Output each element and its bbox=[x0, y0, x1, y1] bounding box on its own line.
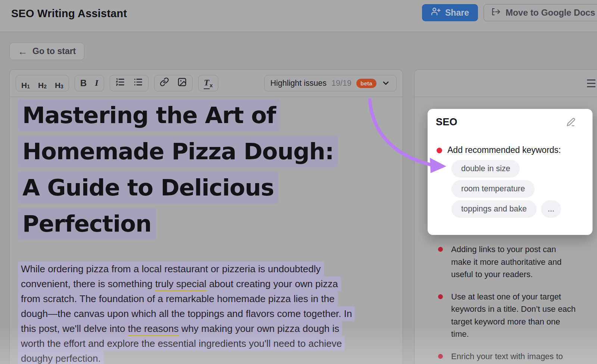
heading-level-button[interactable]: H1 bbox=[17, 76, 34, 90]
editor-card: H1 H2 H3 B I bbox=[9, 69, 403, 364]
paragraph-line: While ordering pizza from a local restau… bbox=[18, 261, 395, 276]
red-bullet-icon bbox=[438, 247, 443, 252]
issue-underline: truly special bbox=[155, 278, 206, 292]
paragraph-line: from scratch. The foundation of a remark… bbox=[18, 291, 395, 306]
seo-tips-list: Adding links to your post can make it mo… bbox=[438, 243, 595, 364]
recommendation-row: Add recommended keywords: bbox=[437, 145, 585, 155]
document-heading: Mastering the Art of Homemade Pizza Doug… bbox=[18, 99, 395, 240]
ordered-list-icon bbox=[115, 77, 125, 89]
paragraph-line: dough—the canvas upon which all the topp… bbox=[18, 306, 395, 321]
move-to-google-docs-button[interactable]: Move to Google Docs bbox=[484, 4, 597, 21]
paragraph-line: this post, we'll delve into the reasons … bbox=[18, 321, 395, 336]
go-to-start-button[interactable]: ← Go to start bbox=[9, 43, 84, 60]
beta-badge: beta bbox=[356, 79, 376, 88]
highlight-issues-dropdown[interactable]: Highlight issues 19/19 beta bbox=[264, 75, 397, 91]
page-title: SEO Writing Assistant bbox=[11, 7, 127, 20]
heading-line: A Guide to Delicious bbox=[18, 172, 395, 204]
insert-button-group bbox=[154, 75, 193, 91]
heading-level-button[interactable]: H2 bbox=[34, 76, 51, 90]
heading-level-button[interactable]: H3 bbox=[51, 76, 68, 90]
italic-button[interactable]: I bbox=[91, 76, 102, 90]
paragraph-line: convenient, there is something truly spe… bbox=[18, 276, 395, 291]
heading-line: Homemade Pizza Dough: bbox=[18, 135, 395, 167]
heading-line: Perfection bbox=[18, 208, 395, 240]
keyword-pill[interactable]: room temperature bbox=[451, 180, 535, 198]
edit-pencil-icon[interactable] bbox=[566, 117, 576, 127]
export-doc-icon bbox=[491, 7, 501, 19]
seo-card-title: SEO bbox=[436, 116, 457, 128]
tip-item: Use at least one of your target keywords… bbox=[438, 291, 595, 341]
menu-icon[interactable] bbox=[587, 79, 596, 90]
text-style-group: B I bbox=[75, 75, 104, 91]
arrow-left-icon: ← bbox=[18, 47, 28, 56]
image-button[interactable] bbox=[173, 76, 191, 90]
user-plus-icon bbox=[431, 7, 441, 19]
keyword-pills: double in size room temperature toppings… bbox=[451, 160, 593, 218]
recommendation-text: Add recommended keywords: bbox=[447, 145, 561, 155]
ordered-list-button[interactable] bbox=[111, 76, 129, 90]
clear-format-group: Tx bbox=[198, 75, 218, 91]
seo-card-header: SEO bbox=[436, 116, 576, 128]
unordered-list-icon bbox=[133, 77, 143, 89]
editor-toolbar: H1 H2 H3 B I bbox=[10, 70, 403, 97]
red-bullet-icon bbox=[438, 294, 443, 299]
share-button[interactable]: Share bbox=[422, 4, 478, 21]
keyword-pill[interactable]: double in size bbox=[451, 160, 520, 178]
issues-count: 19/19 bbox=[331, 79, 351, 88]
document-paragraph: While ordering pizza from a local restau… bbox=[18, 261, 395, 364]
red-bullet-icon bbox=[438, 354, 443, 359]
red-bullet-icon bbox=[437, 148, 442, 153]
image-icon bbox=[177, 77, 187, 89]
panel-header bbox=[415, 70, 597, 97]
list-button-group bbox=[110, 75, 149, 91]
keyword-pill[interactable]: toppings and bake bbox=[451, 200, 537, 218]
more-keywords-pill[interactable]: ... bbox=[541, 200, 561, 218]
tip-item: Adding links to your post can make it mo… bbox=[438, 243, 595, 281]
tip-item: Enrich your text with images to bbox=[438, 350, 595, 363]
issue-underline: the reasons bbox=[128, 323, 179, 336]
app-header: SEO Writing Assistant Share Move to Goog… bbox=[0, 0, 597, 32]
heading-line: Mastering the Art of bbox=[18, 99, 395, 131]
seo-spotlight-card: SEO Add recommended keywords: double in … bbox=[428, 109, 593, 235]
heading-button-group: H1 H2 H3 bbox=[16, 75, 69, 91]
paragraph-line: worth the effort and explore the essenti… bbox=[18, 336, 395, 351]
clear-formatting-button[interactable]: Tx bbox=[200, 76, 217, 90]
bold-button[interactable]: B bbox=[76, 76, 91, 90]
link-button[interactable] bbox=[156, 76, 173, 90]
paragraph-line: doughy perfection. bbox=[18, 351, 395, 364]
link-icon bbox=[160, 77, 169, 89]
chevron-down-icon bbox=[381, 79, 390, 88]
unordered-list-button[interactable] bbox=[129, 76, 147, 90]
header-actions: Share Move to Google Docs bbox=[422, 4, 597, 21]
editor-content[interactable]: Mastering the Art of Homemade Pizza Doug… bbox=[10, 97, 403, 364]
